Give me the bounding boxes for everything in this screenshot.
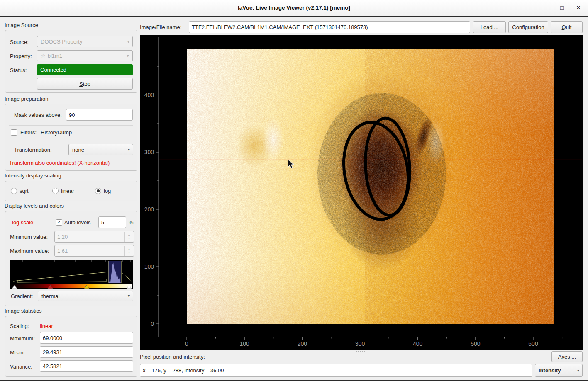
pixel-position-field[interactable]: x = 175, y = 288, intensity = 36.00 <box>140 364 532 377</box>
minimum-label: Minimum value: <box>10 234 48 240</box>
transformation-label: Transformation: <box>14 147 52 153</box>
filters-label: Filters: <box>20 129 37 136</box>
camera-image <box>187 49 554 324</box>
gradient-dropdown[interactable]: thermal ▾ <box>38 291 133 301</box>
gradient-label: Gradient: <box>11 293 33 299</box>
transform-warning-text: Transform also coordinates! (X-horizonta… <box>9 160 110 166</box>
spin-arrows-icon[interactable]: ▴▾ <box>124 246 133 256</box>
stat-variance-field[interactable]: 42.5821 <box>40 360 133 372</box>
source-value: DOOCS Property <box>41 39 82 45</box>
auto-levels-input[interactable]: 5 <box>98 216 126 228</box>
mask-input[interactable]: 90 <box>66 109 133 121</box>
pixel-position-label: Pixel position and intensity: <box>140 354 205 360</box>
beam-image-graphic: 01002003004005006000100200300400 <box>140 35 583 350</box>
intensity-scaling-group: sqrt linear log <box>5 181 137 201</box>
separator <box>9 141 133 141</box>
radio-sqrt-label: sqrt <box>20 188 29 194</box>
separator <box>9 125 133 126</box>
window-title: laVue: Live Image Viewer (v2.17.1) [memo… <box>0 5 588 11</box>
intensity-scaling-title: Intensity display scaling <box>5 172 61 179</box>
image-statistics-title: Image statistics <box>5 308 42 314</box>
radio-log[interactable] <box>95 188 101 194</box>
maximize-icon[interactable]: □ <box>557 3 566 12</box>
configuration-button[interactable]: Configuration <box>508 21 548 33</box>
stat-scaling-value: linear <box>40 323 53 329</box>
filename-label: Image/File name: <box>140 24 181 30</box>
svg-text:300: 300 <box>144 149 154 155</box>
auto-levels-checkbox[interactable]: ✓ <box>56 219 62 226</box>
histogram-graphic <box>10 260 133 289</box>
filters-checkbox[interactable] <box>11 129 17 136</box>
svg-text:200: 200 <box>144 206 154 213</box>
status-label: Status: <box>10 67 27 73</box>
svg-text:100: 100 <box>239 340 249 347</box>
radio-linear-label: linear <box>61 188 74 194</box>
minimum-spinbox[interactable]: 1.20 ▴▾ <box>54 231 134 243</box>
source-label: Source: <box>10 39 29 45</box>
source-dropdown[interactable]: DOOCS Property ▾ <box>37 36 133 47</box>
display-mode-dropdown[interactable]: Intensity ▾ <box>535 364 583 377</box>
close-icon[interactable]: ✕ <box>574 3 583 12</box>
stat-mean-field[interactable]: 29.4931 <box>40 346 133 358</box>
status-badge: Connected <box>37 64 133 75</box>
svg-text:300: 300 <box>355 340 365 347</box>
stat-variance-label: Variance: <box>10 364 32 370</box>
minimize-icon[interactable]: _ <box>539 3 548 12</box>
stop-button[interactable]: Stop <box>37 78 133 90</box>
svg-text:0: 0 <box>185 340 188 347</box>
display-levels-title: Display levels and colors <box>5 203 64 209</box>
svg-text:0: 0 <box>151 320 154 327</box>
maximum-spinbox[interactable]: 1.61 ▴▾ <box>54 245 134 257</box>
property-combobox[interactable]: ☆ bl1m1 ▾ <box>37 50 133 61</box>
mask-label: Mask values above: <box>14 112 62 118</box>
stat-mean-label: Mean: <box>10 349 25 356</box>
log-scale-warning: log scale! <box>12 219 35 226</box>
svg-text:500: 500 <box>471 340 481 347</box>
image-preparation-group: Mask values above: 90 Filters: HistoryDu… <box>5 104 137 171</box>
percent-label: % <box>129 219 134 226</box>
svg-text:200: 200 <box>298 340 307 347</box>
filters-value: HistoryDump <box>41 129 72 136</box>
chevron-down-icon: ▾ <box>128 147 130 152</box>
levels-histogram-widget[interactable] <box>10 260 133 289</box>
star-icon: ☆ <box>41 53 46 59</box>
title-bar: laVue: Live Image Viewer (v2.17.1) [memo… <box>0 0 588 17</box>
transformation-dropdown[interactable]: none ▾ <box>68 144 133 155</box>
svg-text:600: 600 <box>528 340 538 347</box>
svg-text:400: 400 <box>413 340 423 347</box>
splitter-handle-horizontal[interactable] <box>356 351 365 352</box>
maximum-label: Maximum value: <box>10 248 49 254</box>
image-statistics-group: Scaling: linear Maximum: 69.0000 Mean: 2… <box>5 316 137 377</box>
svg-text:400: 400 <box>144 92 154 98</box>
radio-linear[interactable] <box>52 188 59 194</box>
radio-sqrt[interactable] <box>11 188 17 194</box>
image-plot[interactable]: 01002003004005006000100200300400 <box>140 35 583 350</box>
stat-maximum-field[interactable]: 69.0000 <box>40 332 133 344</box>
quit-button[interactable]: Quit <box>551 21 583 33</box>
stat-maximum-label: Maximum: <box>10 335 35 342</box>
image-source-group: Source: DOOCS Property ▾ Property: ☆ bl1… <box>5 30 137 93</box>
load-button[interactable]: Load ... <box>473 21 506 33</box>
property-dropdown-button[interactable]: ▾ <box>123 51 132 61</box>
stat-scaling-label: Scaling: <box>10 323 29 329</box>
image-preparation-title: Image preparation <box>5 96 49 102</box>
splitter-handle-vertical[interactable] <box>139 190 139 199</box>
chevron-down-icon: ▾ <box>127 39 129 44</box>
axes-button[interactable]: Axes ... <box>551 351 583 362</box>
spin-arrows-icon[interactable]: ▴▾ <box>124 232 133 242</box>
property-value: bl1m1 <box>48 53 62 59</box>
chevron-down-icon: ▾ <box>128 294 130 298</box>
svg-text:100: 100 <box>144 263 154 270</box>
property-label: Property: <box>10 53 32 59</box>
filename-input[interactable]: TTF2.FEL/BLFW2.CAM/BL1M1.CAM/IMAGE_EXT (… <box>189 21 470 33</box>
auto-levels-label: Auto levels <box>64 219 91 226</box>
chevron-down-icon: ▾ <box>577 368 579 372</box>
radio-log-label: log <box>104 188 111 194</box>
display-levels-group: log scale! ✓ Auto levels 5 % Minimum val… <box>5 211 137 306</box>
image-source-title: Image Source <box>5 22 38 28</box>
